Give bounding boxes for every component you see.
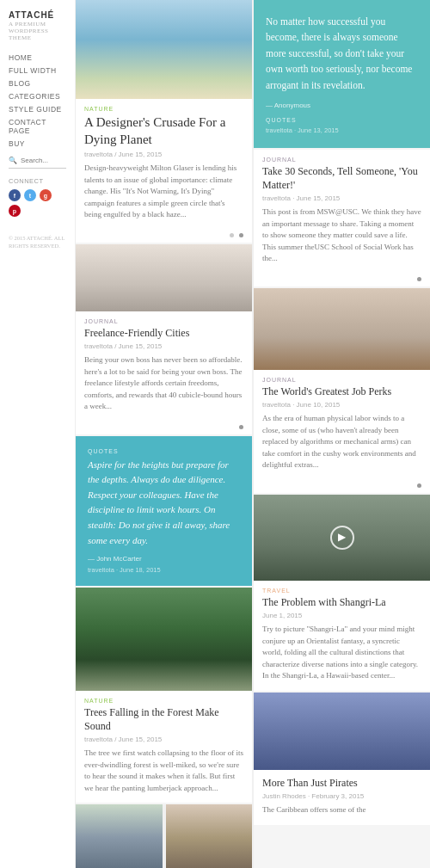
pirates-title[interactable]: More Than Just Pirates [262,777,421,791]
brand-tagline: A PREMIUM WORDPRESS THEME [9,21,66,41]
freelance-cities-footer [76,422,252,434]
brand-name: ATTACHÉ [9,10,66,20]
middle-quote-tag: QUOTES [88,448,240,454]
main-content: NATURE A Designer's Crusade For a Dying … [76,0,430,868]
trees-falling-title[interactable]: Trees Falling in the Forest Make Sound [84,706,243,733]
pirates-excerpt: The Caribbean offers some of the [262,804,421,816]
top-quote-attr: — Anonymous [266,102,418,109]
search-bar[interactable]: 🔍 [9,157,66,169]
take-30-tag[interactable]: JOURNAL [262,157,421,163]
search-icon: 🔍 [9,157,17,164]
middle-quote-text: Aspire for the heights but prepare for t… [88,458,240,549]
job-perks-tag[interactable]: JOURNAL [262,377,421,383]
play-button[interactable]: ▶ [330,526,354,550]
freelance-cities-card: JOURNAL Freelance-Friendly Cities travel… [76,244,252,434]
social-icons: f t g p [9,189,66,217]
middle-quote-attr: — John McCarter [88,555,240,563]
freelance-cities-image [76,244,252,311]
job-perks-footer [254,480,430,493]
facebook-icon[interactable]: f [9,189,21,201]
pirates-image [254,693,430,770]
designers-crusade-tag[interactable]: NATURE [84,106,243,112]
designers-crusade-footer [76,230,252,243]
pirates-meta: Justin Rhodes · February 3, 2015 [262,792,421,800]
nav-home[interactable]: HOME [9,53,66,62]
freelance-cities-excerpt: Being your own boss has never been so af… [84,354,243,413]
dot-5 [417,483,421,488]
pinterest-icon[interactable]: p [9,205,21,217]
content-grid: NATURE A Designer's Crusade For a Dying … [76,0,430,868]
designers-crusade-title[interactable]: A Designer's Crusade For a Dying Planet [84,114,243,148]
left-column: NATURE A Designer's Crusade For a Dying … [76,0,252,868]
sidebar-nav: HOME FULL WIDTH BLOG CATEGORIES STYLE GU… [9,53,66,148]
trees-falling-image [76,588,252,691]
top-quote-tag: QUOTES [266,117,418,123]
middle-quote-card: QUOTES Aspire for the heights but prepar… [76,436,252,587]
dot-3 [239,425,243,429]
designers-crusade-body: NATURE A Designer's Crusade For a Dying … [76,99,252,230]
job-perks-meta: traveltota · June 10, 2015 [262,401,421,409]
google-plus-icon[interactable]: g [40,189,52,201]
job-perks-body: JOURNAL The World's Greatest Job Perks t… [254,370,430,480]
job-perks-image [254,288,430,370]
nav-buy[interactable]: BUY [9,139,66,148]
nav-full-width[interactable]: FULL WIDTH [9,66,66,75]
designers-crusade-meta: traveltota / June 15, 2015 [84,151,243,158]
trees-falling-excerpt: The tree we first watch collapsing to th… [84,748,243,794]
pirates-body: More Than Just Pirates Justin Rhodes · F… [254,770,430,825]
nav-categories[interactable]: CATEGORIES [9,92,66,101]
twitter-icon[interactable]: t [24,189,36,201]
nav-contact[interactable]: CONTACT PAGE [9,118,66,135]
designers-crusade-excerpt: Design-heavyweight Milton Glaser is lend… [84,163,243,221]
trees-falling-body: NATURE Trees Falling in the Forest Make … [76,691,252,803]
take-30-title[interactable]: Take 30 Seconds, Tell Someone, 'You Matt… [262,165,421,192]
freelance-cities-tag[interactable]: JOURNAL [84,318,243,324]
shangri-la-tag[interactable]: TRAVEL [262,588,421,594]
copyright-text: © 2015 ATTACHÉ. ALL RIGHTS RESERVED. [9,234,66,249]
take-30-body: JOURNAL Take 30 Seconds, Tell Someone, '… [254,150,430,274]
freelance-cities-title[interactable]: Freelance-Friendly Cities [84,327,243,341]
shangri-la-title[interactable]: The Problem with Shangri-La [262,596,421,610]
nav-blog[interactable]: BLOG [9,79,66,88]
job-perks-title[interactable]: The World's Greatest Job Perks [262,385,421,399]
top-quote-meta: traveltota · June 13, 2015 [266,126,418,134]
take-30-meta: traveltota · June 15, 2015 [262,194,421,202]
search-input[interactable] [21,157,72,164]
shangri-la-body: TRAVEL The Problem with Shangri-La June … [254,581,430,691]
bottom-two-cards: Vast, Beautiful, & Wild Justin Rhodes · … [76,804,252,868]
sidebar: ATTACHÉ A PREMIUM WORDPRESS THEME HOME F… [0,0,76,868]
trees-falling-meta: traveltota / June 15, 2015 [84,736,243,743]
vast-beautiful-image [76,804,163,868]
trees-falling-card: NATURE Trees Falling in the Forest Make … [76,588,252,803]
shangri-la-card: ▶ TRAVEL The Problem with Shangri-La Jun… [254,495,430,691]
right-column: No matter how successful you become, the… [252,0,430,868]
france-history-card: France: A History Lesson Justin Rhodes ·… [164,804,253,868]
dot-2 [239,233,243,237]
middle-quote-meta: traveltota · June 18, 2015 [88,566,240,574]
designers-crusade-card: NATURE A Designer's Crusade For a Dying … [76,0,252,243]
shangri-la-video[interactable]: ▶ [254,495,430,581]
top-quote-text: No matter how successful you become, the… [266,14,418,93]
pirates-card: More Than Just Pirates Justin Rhodes · F… [254,693,430,825]
job-perks-card: JOURNAL The World's Greatest Job Perks t… [254,288,430,493]
logo: ATTACHÉ A PREMIUM WORDPRESS THEME [9,10,66,41]
take-30-footer [254,274,430,286]
take-30-excerpt: This post is from MSW@USC. We think they… [262,206,421,265]
freelance-cities-meta: traveltota / June 15, 2015 [84,342,243,350]
dot-4 [417,277,421,281]
connect-label: CONNECT [9,177,66,185]
shangri-la-excerpt: Try to picture "Shangri-La" and your min… [262,624,421,682]
top-quote-card: No matter how successful you become, the… [254,0,430,148]
france-history-image [166,804,253,868]
job-perks-excerpt: As the era of human physical labor winds… [262,413,421,471]
nav-style-guide[interactable]: STYLE GUIDE [9,105,66,114]
vast-beautiful-card: Vast, Beautiful, & Wild Justin Rhodes · … [76,804,164,868]
connect-section: CONNECT f t g p [9,177,66,217]
trees-falling-tag[interactable]: NATURE [84,698,243,704]
dot-1 [230,233,234,237]
designers-crusade-image [76,0,252,99]
shangri-la-meta: June 1, 2015 [262,612,421,619]
take-30-card: JOURNAL Take 30 Seconds, Tell Someone, '… [254,150,430,286]
freelance-cities-body: JOURNAL Freelance-Friendly Cities travel… [76,311,252,422]
